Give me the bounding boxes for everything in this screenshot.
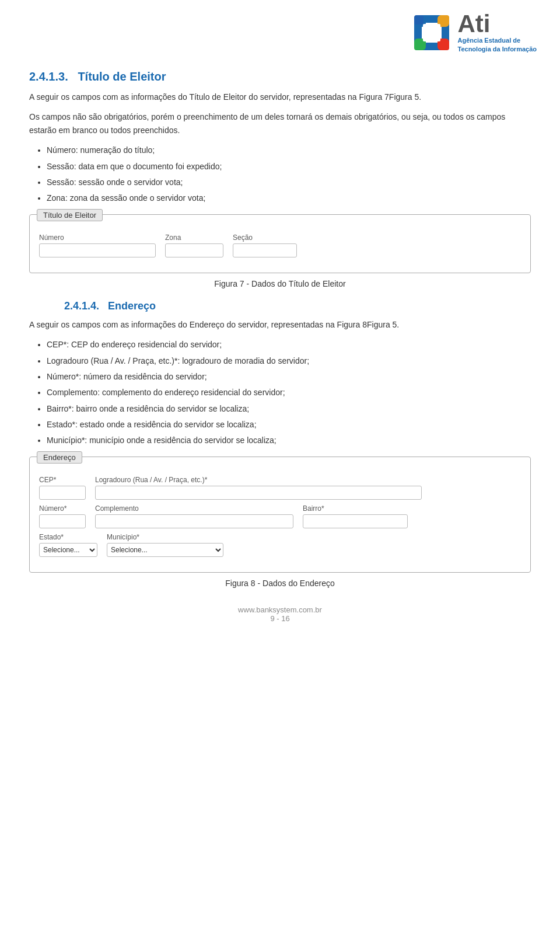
field-numero: Número	[39, 234, 156, 257]
logo-text: Ati Agência Estadual de Tecnologia da In…	[458, 12, 537, 54]
input-numero-end[interactable]	[39, 514, 86, 528]
footer: www.banksystem.com.br 9 - 16	[0, 605, 560, 623]
logo-subtitle: Agência Estadual de Tecnologia da Inform…	[458, 36, 537, 54]
field-zona: Zona	[165, 234, 223, 257]
field-cep: CEP*	[39, 476, 86, 500]
section-2414-intro: A seguir os campos com as informações do…	[29, 318, 531, 331]
bullet-item: Bairro*: bairro onde a residência do ser…	[47, 402, 531, 415]
section-241-bullets: Número: numeração do título; Sessão: dat…	[47, 144, 531, 205]
bullet-item: Município*: município onde a residência …	[47, 434, 531, 447]
label-numero-end: Número*	[39, 504, 86, 513]
input-numero[interactable]	[39, 243, 156, 257]
input-bairro[interactable]	[303, 514, 408, 528]
section-2414-heading: 2.4.1.4. Endereço	[29, 300, 531, 312]
figure-7-caption: Figura 7 - Dados do Título de Eleitor	[29, 279, 531, 288]
label-zona: Zona	[165, 234, 223, 242]
section-241-intro: A seguir os campos com as informações do…	[29, 90, 531, 103]
field-bairro: Bairro*	[303, 504, 408, 528]
logo-ati-label: Ati	[458, 12, 537, 36]
input-cep[interactable]	[39, 486, 86, 500]
label-municipio: Município*	[107, 533, 223, 541]
section-title: Título de Eleitor	[78, 70, 166, 83]
logo-area: Ati Agência Estadual de Tecnologia da In…	[411, 12, 537, 54]
form-title-endereco: Endereço	[37, 451, 82, 464]
section-2414-title: Endereço	[108, 300, 156, 312]
input-zona[interactable]	[165, 243, 223, 257]
input-secao[interactable]	[233, 243, 297, 257]
field-secao: Seção	[233, 234, 297, 257]
logo-icon	[411, 12, 452, 53]
input-logradouro[interactable]	[95, 486, 422, 500]
bullet-item: Complemento: complemento do endereço res…	[47, 386, 531, 399]
section-2414-bullets: CEP*: CEP do endereço residencial do ser…	[47, 338, 531, 447]
label-bairro: Bairro*	[303, 504, 408, 513]
titulo-eleitor-form: Título de Eleitor Número Zona Seção	[29, 214, 531, 273]
label-secao: Seção	[233, 234, 297, 242]
bullet-item: Número: numeração do título;	[47, 144, 531, 156]
bullet-item: CEP*: CEP do endereço residencial do ser…	[47, 338, 531, 351]
label-estado: Estado*	[39, 533, 97, 541]
footer-url: www.banksystem.com.br	[0, 605, 560, 614]
label-complemento: Complemento	[95, 504, 293, 513]
bullet-item: Sessão: sessão onde o servidor vota;	[47, 176, 531, 189]
bullet-item: Número*: número da residência do servido…	[47, 370, 531, 383]
field-numero-end: Número*	[39, 504, 86, 528]
select-estado[interactable]: Selecione...	[39, 543, 97, 557]
footer-page: 9 - 16	[0, 614, 560, 623]
field-logradouro: Logradouro (Rua / Av. / Praça, etc.)*	[95, 476, 422, 500]
section-241-paragraph: Os campos não são obrigatórios, porém o …	[29, 110, 531, 137]
figure-8-caption: Figura 8 - Dados do Endereço	[29, 579, 531, 588]
field-estado: Estado* Selecione...	[39, 533, 97, 557]
section-number: 2.4.1.3.	[29, 70, 68, 83]
section-241-heading: 2.4.1.3. Título de Eleitor	[29, 70, 531, 83]
label-numero: Número	[39, 234, 156, 242]
bullet-item: Logradouro (Rua / Av. / Praça, etc.)*: l…	[47, 354, 531, 367]
select-municipio[interactable]: Selecione...	[107, 543, 223, 557]
label-cep: CEP*	[39, 476, 86, 484]
field-complemento: Complemento	[95, 504, 293, 528]
bullet-item: Sessão: data em que o documento foi expe…	[47, 160, 531, 173]
field-municipio: Município* Selecione...	[107, 533, 223, 557]
svg-rect-10	[440, 41, 449, 50]
label-logradouro: Logradouro (Rua / Av. / Praça, etc.)*	[95, 476, 422, 484]
endereco-form: Endereço CEP* Logradouro (Rua / Av. / Pr…	[29, 457, 531, 573]
input-complemento[interactable]	[95, 514, 293, 528]
svg-rect-9	[414, 41, 424, 50]
section-2414-number: 2.4.1.4.	[64, 300, 99, 312]
bullet-item: Estado*: estado onde a residência do ser…	[47, 418, 531, 431]
form-title-eleitor: Título de Eleitor	[37, 209, 103, 221]
svg-rect-11	[424, 25, 439, 40]
svg-rect-7	[414, 15, 424, 25]
svg-rect-8	[440, 15, 449, 25]
bullet-item: Zona: zona da sessão onde o servidor vot…	[47, 191, 531, 204]
